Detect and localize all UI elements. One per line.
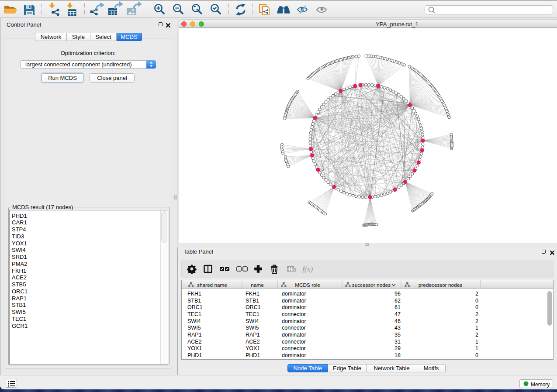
svg-text:f(x): f(x) (302, 265, 313, 273)
svg-text:shared name: shared name (197, 282, 227, 288)
svg-text:successor nodes: successor nodes (352, 282, 391, 288)
svg-text:MCDS role: MCDS role (295, 282, 320, 288)
svg-text:predecessor nodes: predecessor nodes (419, 282, 462, 288)
svg-text:name: name (251, 282, 264, 288)
